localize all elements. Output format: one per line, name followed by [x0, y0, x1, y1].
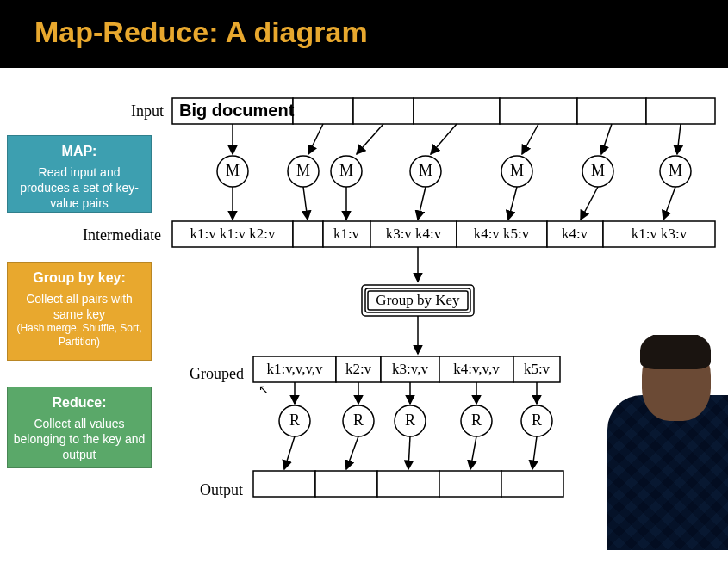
input-row: Big document: [172, 98, 715, 124]
svg-line-85: [346, 436, 358, 469]
svg-rect-1: [293, 98, 353, 124]
svg-rect-82: [439, 471, 501, 497]
svg-text:M: M: [296, 162, 310, 179]
svg-line-87: [470, 436, 476, 469]
output-row: [253, 471, 563, 497]
svg-text:M: M: [510, 162, 524, 179]
svg-rect-29: [293, 221, 323, 247]
svg-text:M: M: [339, 162, 353, 179]
svg-text:R: R: [405, 411, 415, 429]
svg-rect-3: [414, 98, 500, 124]
svg-line-46: [581, 187, 598, 220]
svg-rect-80: [315, 471, 377, 497]
svg-rect-4: [500, 98, 577, 124]
svg-line-26: [601, 124, 612, 154]
intermediate-row: k1:v k1:v k2:v k1:v k3:v k4:v k4:v k5:v …: [172, 221, 715, 247]
svg-text:R: R: [471, 411, 482, 429]
svg-text:k3:v,v: k3:v,v: [392, 361, 428, 377]
svg-line-22: [308, 124, 323, 154]
svg-line-88: [532, 436, 537, 469]
diagram-area: MAP: Read input and produces a set of ke…: [0, 68, 728, 550]
group-by-key-box: Group by Key: [362, 285, 474, 316]
svg-text:R: R: [353, 411, 364, 429]
svg-rect-83: [501, 471, 563, 497]
svg-text:M: M: [591, 162, 605, 179]
svg-text:R: R: [289, 411, 300, 429]
svg-line-27: [677, 124, 681, 154]
svg-text:k5:v: k5:v: [524, 361, 551, 377]
svg-text:Group by Key: Group by Key: [376, 292, 460, 308]
svg-text:k4:v k5:v: k4:v k5:v: [474, 226, 530, 242]
svg-line-24: [431, 124, 457, 154]
svg-text:k1:v k1:v k2:v: k1:v k1:v k2:v: [190, 226, 276, 242]
svg-line-42: [303, 187, 308, 220]
svg-line-23: [357, 124, 383, 154]
svg-text:M: M: [669, 162, 682, 179]
presenter-figure: [607, 335, 728, 550]
reduce-nodes: R R R R R: [279, 405, 552, 436]
svg-text:k1:v,v,v,v: k1:v,v,v,v: [266, 361, 323, 377]
svg-text:k3:v k4:v: k3:v k4:v: [386, 226, 442, 242]
svg-rect-5: [577, 98, 646, 124]
svg-text:M: M: [226, 162, 240, 179]
svg-text:k4:v,v,v: k4:v,v,v: [453, 361, 500, 377]
svg-rect-2: [353, 98, 414, 124]
svg-line-84: [284, 436, 295, 469]
svg-text:k1:v k3:v: k1:v k3:v: [632, 226, 688, 242]
svg-text:k1:v: k1:v: [333, 226, 360, 242]
slide-title: Map-Reduce: A diagram: [0, 0, 728, 68]
svg-rect-79: [253, 471, 315, 497]
svg-line-47: [663, 187, 675, 220]
svg-line-25: [522, 124, 538, 154]
map-nodes: M M M M M M M: [217, 156, 691, 187]
svg-text:M: M: [419, 162, 432, 179]
svg-line-86: [408, 436, 410, 469]
svg-text:k4:v: k4:v: [562, 226, 588, 242]
grouped-row: k1:v,v,v,v k2:v k3:v,v k4:v,v,v k5:v: [253, 356, 560, 382]
cursor-icon: ↖: [258, 382, 269, 396]
svg-rect-81: [377, 471, 439, 497]
svg-text:R: R: [532, 411, 542, 429]
svg-rect-6: [646, 98, 715, 124]
svg-line-45: [508, 187, 517, 220]
svg-line-44: [418, 187, 426, 220]
svg-text:k2:v: k2:v: [345, 361, 372, 377]
big-document-text: Big document: [179, 101, 295, 120]
